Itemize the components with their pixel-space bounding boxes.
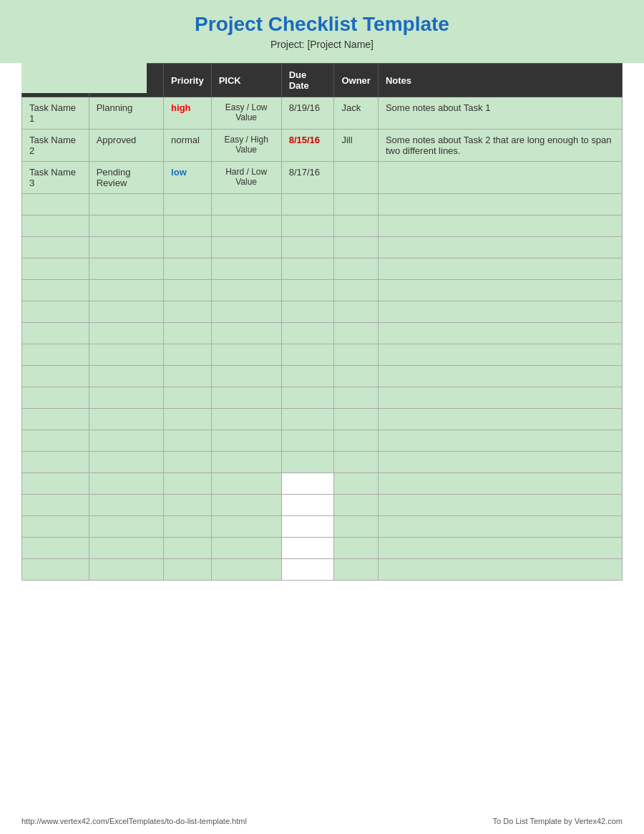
cell-priority: normal: [164, 130, 212, 162]
empty-cell-pick: [211, 538, 281, 559]
cell-pick: Hard / Low Value: [211, 162, 281, 194]
empty-cell-pick: [211, 215, 281, 237]
empty-cell-due_date: [281, 559, 334, 581]
empty-cell-notes: [378, 538, 622, 559]
cell-owner: Jill: [334, 130, 378, 162]
empty-cell-owner: [334, 516, 378, 538]
empty-cell-task: [22, 538, 89, 559]
empty-row: [22, 194, 623, 215]
empty-row: [22, 280, 623, 301]
footer-right: To Do List Template by Vertex42.com: [493, 817, 623, 825]
empty-cell-priority: [164, 301, 212, 323]
table-row: Task Name 2ApprovednormalEasy / High Val…: [22, 130, 623, 162]
empty-cell-notes: [378, 215, 622, 237]
empty-cell-task: [22, 452, 89, 473]
empty-cell-owner: [334, 430, 378, 452]
empty-cell-due_date: [281, 194, 334, 215]
empty-cell-owner: [334, 280, 378, 301]
empty-cell-pick: [211, 473, 281, 495]
cell-pick: Easy / Low Value: [211, 97, 281, 130]
empty-cell-priority: [164, 409, 212, 430]
empty-cell-due_date: [281, 280, 334, 301]
col-owner: Owner: [334, 64, 378, 97]
empty-cell-owner: [334, 495, 378, 516]
empty-cell-due_date: [281, 473, 334, 495]
empty-cell-status: [89, 538, 163, 559]
empty-cell-status: [89, 409, 163, 430]
empty-row: [22, 237, 623, 258]
empty-cell-due_date: [281, 258, 334, 280]
empty-cell-notes: [378, 559, 622, 581]
empty-cell-due_date: [281, 215, 334, 237]
empty-cell-notes: [378, 430, 622, 452]
empty-cell-pick: [211, 258, 281, 280]
cell-owner: Jack: [334, 97, 378, 130]
empty-cell-pick: [211, 387, 281, 409]
empty-cell-pick: [211, 495, 281, 516]
cell-task: Task Name 1: [22, 97, 89, 130]
empty-cell-pick: [211, 344, 281, 366]
empty-cell-priority: [164, 215, 212, 237]
empty-cell-pick: [211, 194, 281, 215]
empty-cell-task: [22, 387, 89, 409]
empty-cell-task: [22, 409, 89, 430]
cell-due-date: 8/17/16: [281, 162, 334, 194]
empty-cell-status: [89, 452, 163, 473]
empty-cell-status: [89, 301, 163, 323]
cell-status: Approved: [89, 130, 163, 162]
empty-cell-pick: [211, 452, 281, 473]
empty-cell-task: [22, 495, 89, 516]
cell-notes: [378, 162, 622, 194]
cell-priority: low: [164, 162, 212, 194]
cell-notes: Some notes about Task 1: [378, 97, 622, 130]
empty-cell-pick: [211, 301, 281, 323]
cell-priority: high: [164, 97, 212, 130]
empty-row: [22, 215, 623, 237]
empty-cell-task: [22, 280, 89, 301]
empty-cell-notes: [378, 387, 622, 409]
empty-cell-task: [22, 237, 89, 258]
page-wrapper: Project Checklist Template Project: [Pro…: [0, 0, 644, 834]
empty-cell-due_date: [281, 538, 334, 559]
empty-row: [22, 495, 623, 516]
cell-pick: Easy / High Value: [211, 130, 281, 162]
empty-cell-due_date: [281, 452, 334, 473]
empty-cell-notes: [378, 237, 622, 258]
empty-cell-task: [22, 323, 89, 344]
empty-cell-priority: [164, 387, 212, 409]
empty-cell-status: [89, 215, 163, 237]
empty-cell-due_date: [281, 387, 334, 409]
table-container: Project / Task Status Priority PICK Due …: [21, 63, 623, 808]
cell-status: Pending Review: [89, 162, 163, 194]
empty-cell-notes: [378, 366, 622, 387]
empty-cell-status: [89, 366, 163, 387]
empty-cell-task: [22, 301, 89, 323]
empty-cell-status: [89, 430, 163, 452]
empty-cell-due_date: [281, 344, 334, 366]
empty-cell-notes: [378, 323, 622, 344]
empty-cell-due_date: [281, 323, 334, 344]
empty-cell-pick: [211, 430, 281, 452]
empty-cell-due_date: [281, 516, 334, 538]
empty-row: [22, 538, 623, 559]
empty-cell-status: [89, 516, 163, 538]
empty-cell-owner: [334, 387, 378, 409]
empty-cell-due_date: [281, 301, 334, 323]
empty-cell-pick: [211, 409, 281, 430]
header-section: Project Checklist Template Project: [Pro…: [0, 0, 644, 63]
empty-cell-due_date: [281, 495, 334, 516]
empty-cell-owner: [334, 215, 378, 237]
empty-cell-priority: [164, 430, 212, 452]
empty-cell-owner: [334, 473, 378, 495]
empty-cell-status: [89, 559, 163, 581]
empty-row: [22, 559, 623, 581]
empty-cell-status: [89, 323, 163, 344]
empty-cell-owner: [334, 559, 378, 581]
col-due-date: Due Date: [281, 64, 334, 97]
cell-due-date: 8/15/16: [281, 130, 334, 162]
empty-cell-priority: [164, 495, 212, 516]
cell-status: Planning: [89, 97, 163, 130]
empty-cell-owner: [334, 258, 378, 280]
empty-cell-owner: [334, 409, 378, 430]
empty-cell-task: [22, 258, 89, 280]
